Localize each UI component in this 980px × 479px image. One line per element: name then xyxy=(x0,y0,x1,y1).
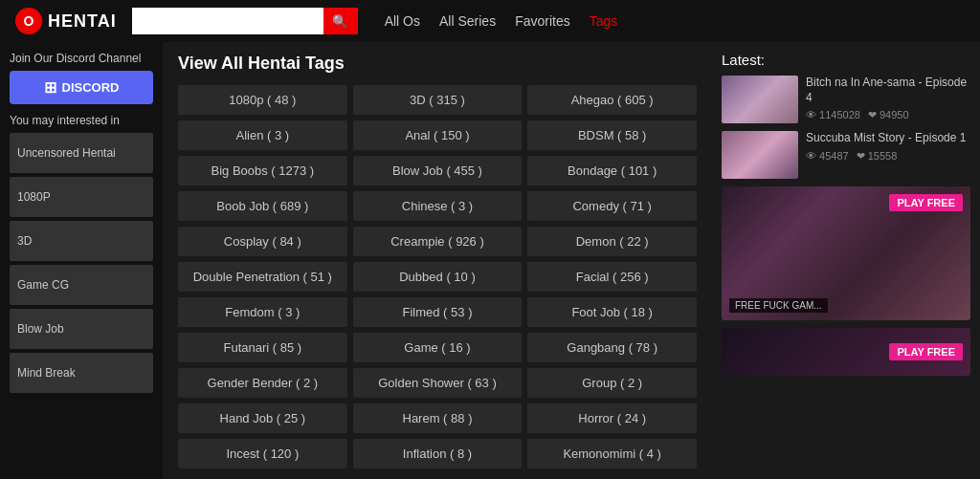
sidebar-item-label: 1080P xyxy=(17,190,51,204)
latest-info-1: Bitch na In Ane-sama - Episode 4 1145028… xyxy=(806,76,970,121)
tag-item[interactable]: Alien ( 3 ) xyxy=(178,120,347,150)
latest-item-1: Bitch na In Ane-sama - Episode 4 1145028… xyxy=(722,76,970,123)
tag-item[interactable]: 3D ( 315 ) xyxy=(353,85,523,115)
discord-label: DISCORD xyxy=(62,80,120,95)
view-count: 1145028 xyxy=(806,109,860,121)
tag-item[interactable]: Chinese ( 3 ) xyxy=(353,191,523,221)
latest-title: Latest: xyxy=(722,52,970,68)
search-button[interactable]: 🔍 xyxy=(323,8,358,34)
latest-thumb-1[interactable] xyxy=(722,76,798,123)
tag-item[interactable]: Boob Job ( 689 ) xyxy=(178,191,347,221)
tags-grid: 1080p ( 48 ) 3D ( 315 ) Ahegao ( 605 ) A… xyxy=(178,85,697,468)
thumbnail-image xyxy=(722,131,798,179)
logo: O HENTAI xyxy=(15,8,117,34)
page-title: View All Hentai Tags xyxy=(178,54,697,74)
tag-item[interactable]: Big Boobs ( 1273 ) xyxy=(178,156,347,185)
nav: All Os All Series Favorites Tags xyxy=(385,13,618,29)
nav-all-series[interactable]: All Series xyxy=(439,13,496,29)
content: View All Hentai Tags 1080p ( 48 ) 3D ( 3… xyxy=(163,42,712,479)
tag-item[interactable]: Femdom ( 3 ) xyxy=(178,297,347,327)
like-count: 15558 xyxy=(857,150,898,163)
tag-item[interactable]: Bondage ( 101 ) xyxy=(527,156,697,185)
search-bar: 🔍 xyxy=(132,8,362,34)
sidebar-item-label: Game CG xyxy=(17,278,69,292)
tag-item[interactable]: Gender Bender ( 2 ) xyxy=(178,368,347,398)
sidebar: Join Our Discord Channel ⊞ DISCORD You m… xyxy=(0,42,163,479)
search-icon: 🔍 xyxy=(332,14,348,29)
sidebar-item-mindbreak[interactable]: Mind Break xyxy=(10,353,153,393)
tag-item[interactable]: Facial ( 256 ) xyxy=(527,262,697,292)
discord-icon: ⊞ xyxy=(44,78,56,97)
tag-item[interactable]: Horror ( 24 ) xyxy=(527,403,697,433)
search-input[interactable] xyxy=(132,8,323,34)
tag-item[interactable]: Kemonomimi ( 4 ) xyxy=(527,439,697,468)
episode-title[interactable]: Succuba Mist Story - Episode 1 xyxy=(806,131,970,146)
tag-item[interactable]: Filmed ( 53 ) xyxy=(353,297,523,327)
sidebar-item-blowjob[interactable]: Blow Job xyxy=(10,309,153,349)
tag-item[interactable]: Hand Job ( 25 ) xyxy=(178,403,347,433)
tag-item[interactable]: Gangbang ( 78 ) xyxy=(527,333,697,362)
tag-item[interactable]: Creampie ( 926 ) xyxy=(353,227,523,256)
tag-item[interactable]: Blow Job ( 455 ) xyxy=(353,156,523,185)
sidebar-item-label: 3D xyxy=(17,234,32,248)
latest-stats: 45487 15558 xyxy=(806,150,970,163)
tag-item[interactable]: Inflation ( 8 ) xyxy=(353,439,523,468)
interest-title: You may interested in xyxy=(10,114,153,127)
main: Join Our Discord Channel ⊞ DISCORD You m… xyxy=(0,42,980,479)
sidebar-item-1080p[interactable]: 1080P xyxy=(10,177,153,217)
tag-item[interactable]: 1080p ( 48 ) xyxy=(178,85,347,115)
discord-title: Join Our Discord Channel xyxy=(10,52,153,65)
nav-all-os[interactable]: All Os xyxy=(385,13,420,29)
logo-name: HENTAI xyxy=(48,11,117,32)
tag-item[interactable]: Golden Shower ( 63 ) xyxy=(353,368,523,398)
ad-label: FREE FUCK GAM... xyxy=(729,298,828,313)
tag-item[interactable]: Incest ( 120 ) xyxy=(178,439,347,468)
tag-item[interactable]: Double Penetration ( 51 ) xyxy=(178,262,347,292)
header: O HENTAI 🔍 All Os All Series Favorites T… xyxy=(0,0,980,42)
tag-item[interactable]: Foot Job ( 18 ) xyxy=(527,297,697,327)
play-free-badge-2: PLAY FREE xyxy=(889,343,963,360)
tag-item[interactable]: Dubbed ( 10 ) xyxy=(353,262,523,292)
discord-section: Join Our Discord Channel ⊞ DISCORD xyxy=(10,52,153,104)
ad-banner-1[interactable]: PLAY FREE FREE FUCK GAM... xyxy=(722,186,970,320)
tag-item[interactable]: Group ( 2 ) xyxy=(527,368,697,398)
sidebar-item-label: Mind Break xyxy=(17,366,76,380)
episode-title[interactable]: Bitch na In Ane-sama - Episode 4 xyxy=(806,76,970,105)
discord-button[interactable]: ⊞ DISCORD xyxy=(10,71,153,104)
tag-item[interactable]: Futanari ( 85 ) xyxy=(178,333,347,362)
nav-tags[interactable]: Tags xyxy=(590,13,618,29)
latest-thumb-2[interactable] xyxy=(722,131,798,179)
tag-item[interactable]: Ahegao ( 605 ) xyxy=(527,85,697,115)
play-free-badge: PLAY FREE xyxy=(889,194,963,211)
tag-item[interactable]: BDSM ( 58 ) xyxy=(527,120,697,150)
tag-item[interactable]: Comedy ( 71 ) xyxy=(527,191,697,221)
tag-item[interactable]: Demon ( 22 ) xyxy=(527,227,697,256)
sidebar-item-label: Uncensored Hentai xyxy=(17,146,116,160)
tag-item[interactable]: Harem ( 88 ) xyxy=(353,403,523,433)
thumbnail-image xyxy=(722,76,798,123)
sidebar-item-uncensored[interactable]: Uncensored Hentai xyxy=(10,133,153,173)
sidebar-item-label: Blow Job xyxy=(17,322,64,336)
tag-item[interactable]: Game ( 16 ) xyxy=(353,333,523,362)
tag-item[interactable]: Cosplay ( 84 ) xyxy=(178,227,347,256)
ad-banner-2[interactable]: PLAY FREE xyxy=(722,328,970,376)
nav-favorites[interactable]: Favorites xyxy=(515,13,570,29)
like-count: 94950 xyxy=(868,109,909,121)
view-count: 45487 xyxy=(806,150,849,163)
tag-item[interactable]: Anal ( 150 ) xyxy=(353,120,523,150)
sidebar-item-3d[interactable]: 3D xyxy=(10,221,153,261)
latest-info-2: Succuba Mist Story - Episode 1 45487 155… xyxy=(806,131,970,163)
logo-icon: O xyxy=(15,8,42,34)
latest-item-2: Succuba Mist Story - Episode 1 45487 155… xyxy=(722,131,970,179)
sidebar-item-gamecg[interactable]: Game CG xyxy=(10,265,153,305)
right-panel: Latest: Bitch na In Ane-sama - Episode 4… xyxy=(712,42,980,479)
latest-stats: 1145028 94950 xyxy=(806,109,970,121)
